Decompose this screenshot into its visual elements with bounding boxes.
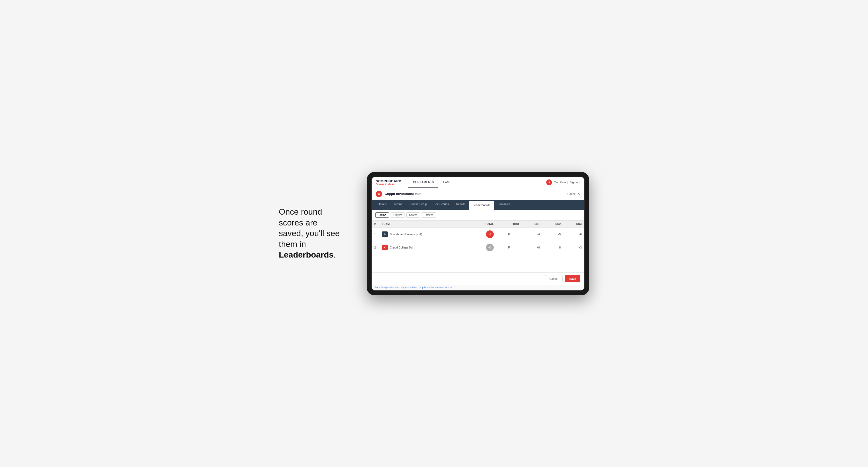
user-name: Test User | xyxy=(554,181,567,184)
col-total: TOTAL xyxy=(469,221,497,228)
team-logo-1: SU xyxy=(382,231,388,237)
col-thru: THRU xyxy=(496,221,521,228)
tab-printables[interactable]: Printables xyxy=(494,200,514,210)
cancel-button[interactable]: Cancel xyxy=(545,275,562,282)
tab-details[interactable]: Details xyxy=(374,200,390,210)
total-2: +3 xyxy=(469,241,497,254)
rd3-2: +3 xyxy=(563,241,584,254)
left-description: Once round scores are saved, you'll see … xyxy=(279,207,351,260)
brand-logo: SCOREBOARD Powered by clippd xyxy=(376,180,401,185)
save-button[interactable]: Save xyxy=(565,275,580,282)
tab-teams[interactable]: Teams xyxy=(390,200,406,210)
tab-tee-groups[interactable]: Tee Groups xyxy=(430,200,452,210)
brand-sub: Powered by clippd xyxy=(376,183,401,185)
modal-footer: Cancel Save xyxy=(372,272,584,285)
rd2-1: +5 xyxy=(542,227,563,241)
close-icon: ✕ xyxy=(577,192,580,196)
team-name-1: Scoreboard University [A] xyxy=(390,233,422,236)
nav-links: TOURNAMENTS TEAMS xyxy=(408,177,455,188)
col-team: TEAM xyxy=(379,221,469,228)
tournament-name: Clippd Invitational xyxy=(384,192,414,196)
sub-tab-scores[interactable]: Scores xyxy=(406,212,420,218)
score-badge-1: -5 xyxy=(486,230,494,238)
url-text: https://stage-blue-coach.stagescoreboard… xyxy=(375,286,452,289)
user-avatar: S xyxy=(546,180,552,185)
total-1: -5 xyxy=(469,227,497,241)
tab-results[interactable]: Results xyxy=(452,200,469,210)
tablet-screen: SCOREBOARD Powered by clippd TOURNAMENTS… xyxy=(371,177,585,291)
thru-2: F xyxy=(496,241,521,254)
sub-tab-strokes[interactable]: Strokes xyxy=(422,212,436,218)
team-name-2: Clippd College [A] xyxy=(390,246,412,249)
team-2: C Clippd College [A] xyxy=(379,241,469,254)
leaderboard-content: # TEAM TOTAL THRU RD1 RD2 RD3 1 xyxy=(372,221,584,272)
col-rd3: RD3 xyxy=(563,221,584,228)
tournament-header: C Clippd Invitational (Men) Cancel ✕ xyxy=(372,188,584,200)
tablet-device: SCOREBOARD Powered by clippd TOURNAMENTS… xyxy=(367,172,589,295)
rd1-2: +8 xyxy=(521,241,542,254)
rank-2: 2 xyxy=(372,241,379,254)
table-row: 1 SU Scoreboard University [A] -5 F xyxy=(372,227,584,241)
team-1: SU Scoreboard University [A] xyxy=(379,227,469,241)
team-logo-2: C xyxy=(382,245,388,250)
tournament-gender: (Men) xyxy=(415,192,423,195)
tab-course-setup[interactable]: Course Setup xyxy=(406,200,430,210)
table-header-row: # TEAM TOTAL THRU RD1 RD2 RD3 xyxy=(372,221,584,228)
sign-out-link[interactable]: Sign out xyxy=(570,181,580,184)
sub-tabs: Teams Players Scores Strokes xyxy=(372,210,584,221)
top-navigation: SCOREBOARD Powered by clippd TOURNAMENTS… xyxy=(372,177,584,188)
score-badge-2: +3 xyxy=(486,244,494,251)
rd1-1: -4 xyxy=(521,227,542,241)
table-row: 2 C Clippd College [A] +3 F xyxy=(372,241,584,254)
leaderboards-bold: Leaderboards xyxy=(279,250,334,259)
thru-1: F xyxy=(496,227,521,241)
col-rank: # xyxy=(372,221,379,228)
tab-bar: Details Teams Course Setup Tee Groups Re… xyxy=(372,200,584,210)
col-rd1: RD1 xyxy=(521,221,542,228)
col-rd2: RD2 xyxy=(542,221,563,228)
rd3-1: -6 xyxy=(563,227,584,241)
rd2-2: -8 xyxy=(542,241,563,254)
brand-title: SCOREBOARD xyxy=(376,180,401,183)
url-bar: https://stage-blue-coach.stagescoreboard… xyxy=(372,285,584,290)
tournament-cancel-button[interactable]: Cancel ✕ xyxy=(567,192,580,196)
description-text: Once round scores are saved, you'll see … xyxy=(279,207,340,259)
tournament-logo: C xyxy=(376,191,382,197)
nav-teams[interactable]: TEAMS xyxy=(438,177,455,188)
tab-leaderboards[interactable]: Leaderboards xyxy=(469,201,494,210)
nav-right: S Test User | Sign out xyxy=(546,180,580,185)
leaderboard-table: # TEAM TOTAL THRU RD1 RD2 RD3 1 xyxy=(372,221,584,254)
sub-tab-players[interactable]: Players xyxy=(391,212,405,218)
sub-tab-teams[interactable]: Teams xyxy=(375,212,389,218)
nav-tournaments[interactable]: TOURNAMENTS xyxy=(408,177,438,188)
rank-1: 1 xyxy=(372,227,379,241)
